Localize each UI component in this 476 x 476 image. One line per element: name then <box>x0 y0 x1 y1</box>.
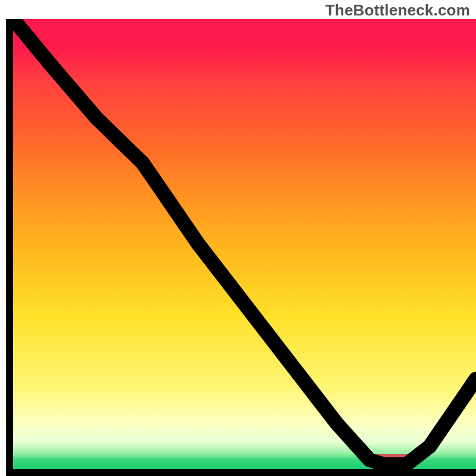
bottleneck-curve <box>13 19 476 469</box>
chart-frame: TheBottleneck.com <box>0 0 476 476</box>
plot-axes <box>6 19 476 476</box>
watermark-text: TheBottleneck.com <box>325 1 470 20</box>
plot-area <box>13 19 476 469</box>
